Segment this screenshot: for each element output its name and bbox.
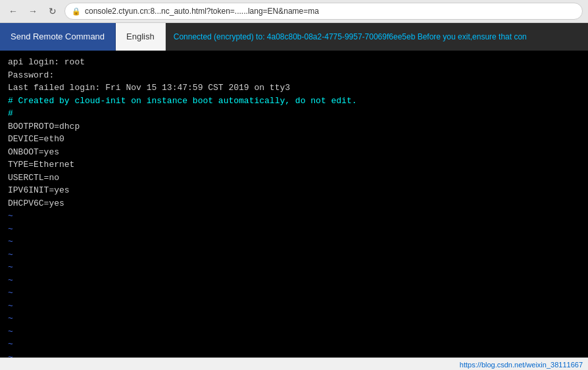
address-path: nc_auto.html?token=	[161, 7, 235, 16]
connection-status: Connected (encrypted) to: 4a08c80b-08a2-…	[166, 23, 588, 51]
reload-button[interactable]: ↻	[45, 3, 61, 19]
terminal-area[interactable]: api login: root Password: Last failed lo…	[0, 51, 588, 358]
terminal-line: ~	[8, 313, 13, 323]
hover-url: https://blog.csdn.net/weixin_38111667	[460, 361, 583, 369]
reload-icon: ↻	[49, 6, 57, 16]
lock-icon: 🔒	[72, 7, 81, 16]
terminal-line: ~	[8, 262, 13, 272]
english-button[interactable]: English	[116, 23, 166, 51]
terminal-line: Password:	[8, 70, 54, 80]
back-button[interactable]: ←	[5, 3, 21, 19]
terminal-line: BOOTPROTO=dhcp	[8, 122, 80, 131]
terminal-line: ~	[8, 275, 13, 285]
send-remote-command-button[interactable]: Send Remote Command	[0, 23, 116, 51]
terminal-line: api login: root	[8, 57, 85, 67]
status-bar: https://blog.csdn.net/weixin_38111667	[0, 358, 588, 370]
terminal-line: ONBOOT=yes	[8, 147, 59, 157]
address-bar[interactable]: 🔒 console2.ctyun.cn:8...nc_auto.html?tok…	[64, 3, 583, 20]
terminal-line: ~	[8, 301, 13, 311]
terminal-line: ~	[8, 352, 13, 358]
terminal-line: DHCPV6C=yes	[8, 198, 64, 208]
terminal-line: ~	[8, 250, 13, 260]
terminal-line: TYPE=Ethernet	[8, 160, 74, 170]
address-token-dots: ...	[235, 7, 241, 16]
terminal-line: USERCTL=no	[8, 173, 59, 183]
terminal-line: IPV6INIT=yes	[8, 185, 70, 195]
terminal-line: #	[8, 108, 13, 118]
browser-toolbar: Send Remote Command English Connected (e…	[0, 23, 588, 51]
forward-icon: →	[28, 6, 37, 16]
address-dots: ...	[155, 7, 161, 16]
terminal-line: Last failed login: Fri Nov 15 13:47:59 C…	[8, 83, 290, 93]
forward-button[interactable]: →	[25, 3, 41, 19]
address-text: console2.ctyun.cn:8...nc_auto.html?token…	[85, 7, 576, 16]
back-icon: ←	[9, 6, 18, 16]
address-params: lang=EN&name=ma	[248, 7, 319, 16]
terminal-line: DEVICE=eth0	[8, 134, 64, 144]
terminal-line: ~	[8, 211, 13, 221]
terminal-line: ~	[8, 339, 13, 349]
address-end: ...	[241, 7, 248, 16]
terminal-content: api login: root Password: Last failed lo…	[8, 56, 580, 358]
address-host: console2.ctyun.cn:8	[85, 7, 155, 16]
status-text: Connected (encrypted) to: 4a08c80b-08a2-…	[174, 32, 527, 41]
terminal-line: # Created by cloud-init on instance boot…	[8, 96, 357, 106]
terminal-line: ~	[8, 288, 13, 298]
browser-titlebar: ← → ↻ 🔒 console2.ctyun.cn:8...nc_auto.ht…	[0, 0, 588, 22]
terminal-line: ~	[8, 224, 13, 234]
browser-chrome: ← → ↻ 🔒 console2.ctyun.cn:8...nc_auto.ht…	[0, 0, 588, 23]
terminal-line: ~	[8, 327, 13, 336]
terminal-line: ~	[8, 237, 13, 246]
